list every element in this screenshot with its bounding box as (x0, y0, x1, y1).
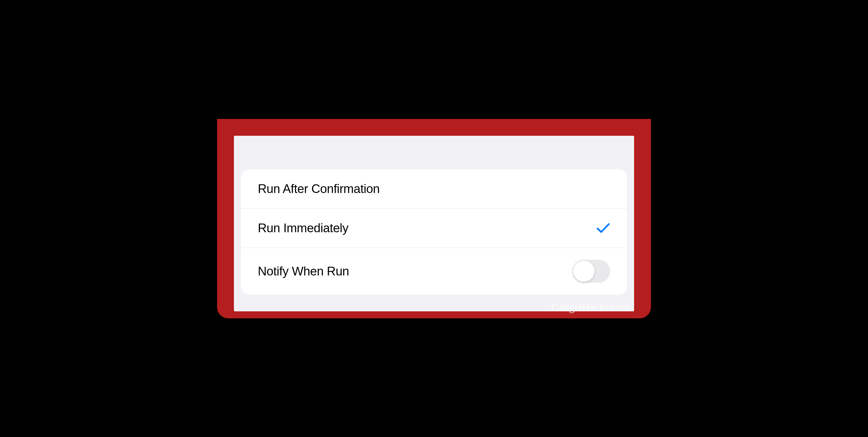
toggle-knob (573, 261, 594, 282)
option-label: Run After Confirmation (258, 182, 380, 196)
settings-card: Run After Confirmation Run Immediately N… (241, 169, 627, 295)
notify-toggle[interactable] (572, 260, 610, 283)
content-panel: Run After Confirmation Run Immediately N… (234, 136, 634, 311)
option-run-immediately[interactable]: Run Immediately (241, 209, 627, 248)
option-label: Run Immediately (258, 221, 348, 235)
checkmark-icon (596, 221, 610, 235)
watermark-text: GadgetHacks.com (551, 301, 630, 313)
option-run-after-confirmation[interactable]: Run After Confirmation (241, 169, 627, 209)
outer-frame: Run After Confirmation Run Immediately N… (217, 119, 651, 318)
option-notify-when-run: Notify When Run (241, 248, 627, 295)
option-label: Notify When Run (258, 264, 349, 278)
